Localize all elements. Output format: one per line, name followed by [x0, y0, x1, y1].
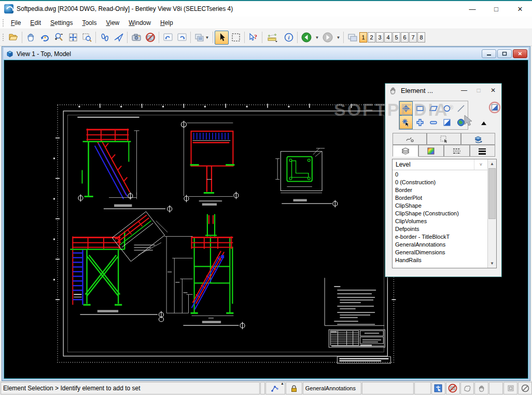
- level-row[interactable]: BorderPlot: [393, 194, 487, 201]
- invert-mode-button[interactable]: [440, 115, 454, 129]
- dialog-maximize-button[interactable]: □: [472, 85, 485, 96]
- menu-grip[interactable]: [2, 18, 5, 28]
- do-not-disturb-button[interactable]: [518, 382, 532, 394]
- pan-button[interactable]: [24, 31, 38, 45]
- level-row[interactable]: GeneralDimensions: [393, 248, 487, 256]
- maximize-button[interactable]: □: [484, 1, 508, 17]
- fence-from-element-button[interactable]: [399, 101, 413, 115]
- minimize-button[interactable]: —: [460, 1, 484, 17]
- level-header-dropdown-icon[interactable]: ˅: [474, 159, 487, 170]
- element-info-query-button[interactable]: ?: [246, 31, 260, 45]
- overlap-mode-button[interactable]: [488, 101, 501, 114]
- zoom-window-button[interactable]: [80, 31, 94, 45]
- toolbar-grip[interactable]: [2, 33, 5, 42]
- level-row[interactable]: 0 (Construction): [393, 178, 487, 186]
- scroll-down-icon[interactable]: ▼: [488, 259, 496, 268]
- view-toggle-2[interactable]: 2: [368, 32, 375, 43]
- level-row[interactable]: 0: [393, 170, 487, 178]
- view-minimize-button[interactable]: [482, 49, 496, 58]
- workmode-button[interactable]: [503, 382, 517, 394]
- add-mode-button[interactable]: [413, 115, 426, 129]
- menu-window[interactable]: Window: [124, 18, 156, 28]
- pointer-select-button[interactable]: [399, 115, 413, 129]
- tab-color[interactable]: [418, 145, 444, 157]
- level-row[interactable]: ClipShape (Construction): [393, 209, 487, 217]
- fence-block-button[interactable]: [413, 101, 426, 115]
- capture-screen-button[interactable]: [129, 31, 143, 45]
- open-button[interactable]: [6, 31, 20, 45]
- view-next-button[interactable]: [320, 31, 334, 45]
- view-toggle-7[interactable]: 7: [409, 32, 417, 43]
- fit-view-button[interactable]: [66, 31, 80, 45]
- active-level-field[interactable]: GeneralAnnotations: [303, 382, 362, 394]
- fence-line-button[interactable]: [454, 101, 468, 115]
- status-grip[interactable]: [260, 382, 265, 394]
- selection-hand-button[interactable]: [474, 382, 488, 394]
- level-row[interactable]: ClipVolumes: [393, 217, 487, 225]
- tab-dashed-select[interactable]: [427, 133, 461, 145]
- menu-view[interactable]: View: [101, 18, 124, 28]
- level-column-header[interactable]: Level: [393, 161, 474, 168]
- fence-circle-button[interactable]: [440, 101, 454, 115]
- fence-shape-button2[interactable]: [427, 101, 440, 115]
- view-next-caret[interactable]: ▼: [334, 31, 342, 45]
- measure-button[interactable]: [264, 31, 282, 45]
- level-row[interactable]: GeneralAnnotations: [393, 240, 487, 248]
- level-row[interactable]: ClipShape: [393, 201, 487, 209]
- undo-button[interactable]: [161, 31, 175, 45]
- menu-tools[interactable]: Tools: [77, 18, 101, 28]
- dialog-title-bar[interactable]: Element ... — □ ✕: [385, 84, 501, 97]
- view-toggle-6[interactable]: 6: [401, 32, 409, 43]
- rotate-view-button[interactable]: [38, 31, 52, 45]
- tab-attributes[interactable]: [393, 133, 427, 145]
- walk-button[interactable]: [97, 31, 111, 45]
- close-button[interactable]: ✕: [508, 1, 532, 17]
- capture-off-button[interactable]: [143, 31, 157, 45]
- menu-edit[interactable]: Edit: [25, 18, 46, 28]
- info-button[interactable]: i: [282, 31, 296, 45]
- lock-button[interactable]: [286, 382, 302, 394]
- selection-box-button[interactable]: [229, 31, 243, 45]
- view-toggle-4[interactable]: 4: [384, 32, 392, 43]
- element-selection-button[interactable]: [215, 31, 229, 45]
- view-toggle-5[interactable]: 5: [393, 32, 400, 43]
- selection-set-button[interactable]: [431, 382, 445, 394]
- view-close-button[interactable]: ✕: [513, 49, 527, 58]
- dialog-close-button[interactable]: ✕: [487, 85, 499, 96]
- view-title-bar[interactable]: View 1 - Top, Model ✕: [4, 48, 528, 60]
- menu-file[interactable]: File: [6, 18, 25, 28]
- saved-views-caret[interactable]: ▼: [205, 35, 209, 40]
- scrollbar-thumb[interactable]: [488, 168, 496, 219]
- tab-layers-select[interactable]: [461, 133, 495, 145]
- level-row[interactable]: Defpoints: [393, 225, 487, 233]
- fly-button[interactable]: [111, 31, 125, 45]
- level-list-scrollbar[interactable]: ▲ ▼: [487, 159, 496, 268]
- menu-settings[interactable]: Settings: [46, 18, 77, 28]
- redo-button[interactable]: [175, 31, 189, 45]
- scroll-up-icon[interactable]: ▲: [488, 159, 496, 168]
- tab-level[interactable]: [393, 145, 418, 157]
- view-group-button[interactable]: [345, 31, 359, 45]
- menu-help[interactable]: Help: [156, 18, 178, 28]
- tab-line-weight[interactable]: [470, 145, 496, 157]
- snap-mode-button[interactable]: ▲: [265, 382, 285, 394]
- zoom-in-out-button[interactable]: [52, 31, 66, 45]
- view-toggle-8[interactable]: 8: [417, 32, 425, 43]
- no-fence-button[interactable]: [446, 382, 460, 394]
- view-toggle-1[interactable]: 1: [359, 32, 367, 43]
- level-row[interactable]: HandRails: [393, 256, 487, 264]
- saved-views-button[interactable]: ▼: [192, 31, 211, 45]
- fence-shape-button[interactable]: [460, 382, 474, 394]
- level-row[interactable]: e-border - TitleBlockT: [393, 233, 487, 240]
- tab-line-style[interactable]: [444, 145, 470, 157]
- view-previous-caret[interactable]: ▼: [313, 31, 320, 45]
- view-previous-button[interactable]: [299, 31, 313, 45]
- dialog-minimize-button[interactable]: —: [458, 85, 470, 96]
- expand-triangle-button[interactable]: [481, 121, 487, 126]
- level-list-header[interactable]: Level ˅: [393, 159, 487, 170]
- view-toggle-3[interactable]: 3: [376, 32, 384, 43]
- view-restore-button[interactable]: [497, 49, 512, 58]
- level-row[interactable]: Border: [393, 186, 487, 194]
- clear-cursor-icon[interactable]: [461, 114, 475, 128]
- subtract-mode-button[interactable]: [427, 115, 440, 129]
